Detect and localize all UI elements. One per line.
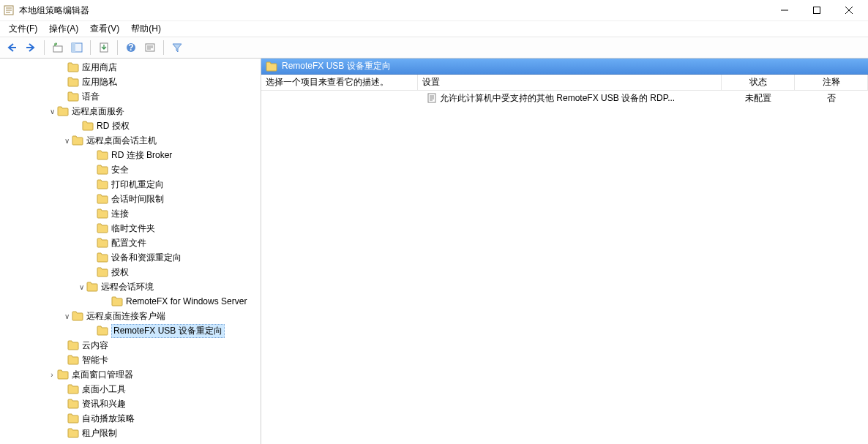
folder-icon <box>86 282 98 292</box>
tree-label: 授权 <box>111 266 129 279</box>
window-title: 本地组策略编辑器 <box>19 4 768 17</box>
expander-icon[interactable]: › <box>47 371 57 379</box>
tree-item-temp-folders[interactable]: 临时文件夹 <box>0 221 261 236</box>
tree-item-tenant-restrictions[interactable]: 租户限制 <box>0 426 261 440</box>
svg-rect-5 <box>814 7 820 14</box>
forward-button[interactable] <box>22 39 40 56</box>
tree-item-rd-licensing[interactable]: RD 授权 <box>0 118 261 133</box>
filter-button[interactable] <box>168 39 186 56</box>
folder-icon <box>97 238 108 248</box>
close-button[interactable] <box>833 0 865 20</box>
export-list-button[interactable] <box>95 39 113 56</box>
folder-icon <box>67 399 79 409</box>
folder-icon <box>72 135 83 146</box>
folder-icon <box>67 62 79 72</box>
menu-view[interactable]: 查看(V) <box>84 21 125 37</box>
policy-setting-text: 允许此计算机中受支持的其他 RemoteFX USB 设备的 RDP... <box>440 92 675 105</box>
tree-item-device-resource-redirection[interactable]: 设备和资源重定向 <box>0 250 261 265</box>
policy-row[interactable]: 允许此计算机中受支持的其他 RemoteFX USB 设备的 RDP... 未配… <box>261 91 868 105</box>
tree-item-autoplay-policies[interactable]: 自动播放策略 <box>0 411 261 426</box>
back-button[interactable] <box>3 39 20 56</box>
tree-label: RD 授权 <box>97 120 130 132</box>
menu-action[interactable]: 操作(A) <box>43 21 84 37</box>
minimize-button[interactable] <box>768 0 801 20</box>
tree-item-speech[interactable]: 语音 <box>0 89 261 104</box>
tree-label: 自动播放策略 <box>82 413 135 425</box>
folder-icon <box>266 61 277 72</box>
columns-row: 选择一个项目来查看它的描述。 设置 状态 注释 <box>261 75 868 91</box>
tree-item-remote-session-environment[interactable]: ∨远程会话环境 <box>0 279 261 294</box>
folder-icon <box>67 91 79 102</box>
description-prompt: 选择一个项目来查看它的描述。 <box>261 75 418 90</box>
tree-item-remotefx-windows-server[interactable]: RemoteFX for Windows Server <box>0 294 261 309</box>
folder-icon <box>97 208 108 219</box>
tree-item-cloud-content[interactable]: 云内容 <box>0 338 261 353</box>
tree-label: RemoteFX for Windows Server <box>126 296 247 306</box>
tree-label: 应用商店 <box>82 61 117 74</box>
tree-item-dwm[interactable]: ›桌面窗口管理器 <box>0 367 261 382</box>
tree-item-remote-desktop-services[interactable]: ∨远程桌面服务 <box>0 104 261 118</box>
expander-icon[interactable]: ∨ <box>61 312 72 320</box>
tree-item-remotefx-usb-redirection[interactable]: RemoteFX USB 设备重定向 <box>0 323 261 338</box>
tree-item-smart-card[interactable]: 智能卡 <box>0 353 261 367</box>
column-header-setting[interactable]: 设置 <box>418 75 722 90</box>
column-header-comment[interactable]: 注释 <box>795 75 868 90</box>
tree-item-news-interests[interactable]: 资讯和兴趣 <box>0 396 261 411</box>
properties-button[interactable] <box>141 39 159 56</box>
folder-icon <box>97 165 108 175</box>
policy-icon <box>427 93 437 103</box>
tree-label: 语音 <box>82 91 100 103</box>
folder-icon <box>82 121 94 131</box>
policy-comment: 否 <box>795 92 868 105</box>
folder-icon <box>57 106 69 116</box>
folder-icon <box>111 296 123 306</box>
help-button[interactable]: ? <box>122 39 140 56</box>
tree-label: 设备和资源重定向 <box>111 252 182 264</box>
tree-item-licensing[interactable]: 授权 <box>0 265 261 279</box>
menu-file[interactable]: 文件(F) <box>3 21 43 37</box>
maximize-button[interactable] <box>801 0 833 20</box>
tree-item-rd-session-host[interactable]: ∨远程桌面会话主机 <box>0 133 261 148</box>
expander-icon[interactable]: ∨ <box>61 137 72 145</box>
tree-label: 远程桌面会话主机 <box>86 135 157 147</box>
tree-label: RD 连接 Broker <box>111 149 172 162</box>
svg-rect-12 <box>72 43 75 52</box>
tree-label: 远程桌面服务 <box>72 105 124 118</box>
folder-icon <box>97 326 108 336</box>
folder-icon <box>97 223 108 233</box>
folder-icon <box>67 428 79 438</box>
expander-icon[interactable]: ∨ <box>76 283 86 291</box>
tree-label: 连接 <box>111 208 129 220</box>
tree-item-app-privacy[interactable]: 应用隐私 <box>0 75 261 89</box>
details-header: RemoteFX USB 设备重定向 <box>261 59 868 75</box>
folder-icon <box>67 355 79 365</box>
tree-item-app-store[interactable]: 应用商店 <box>0 60 261 75</box>
svg-rect-20 <box>428 94 435 102</box>
tree-label: 应用隐私 <box>82 76 117 89</box>
tree-label: 桌面小工具 <box>82 383 126 396</box>
tree-item-security[interactable]: 安全 <box>0 162 261 177</box>
details-header-title: RemoteFX USB 设备重定向 <box>282 60 391 72</box>
folder-icon <box>67 340 79 350</box>
tree-label: 安全 <box>111 164 129 176</box>
folder-icon <box>97 267 108 277</box>
folder-icon <box>57 369 69 380</box>
up-button[interactable] <box>49 39 67 56</box>
tree-label-selected: RemoteFX USB 设备重定向 <box>111 324 225 338</box>
folder-icon <box>97 194 108 204</box>
tree-item-session-time-limits[interactable]: 会话时间限制 <box>0 192 261 206</box>
menu-help[interactable]: 帮助(H) <box>125 21 167 37</box>
tree-item-printer-redirection[interactable]: 打印机重定向 <box>0 177 261 192</box>
expander-icon[interactable]: ∨ <box>47 108 57 116</box>
tree-item-profiles[interactable]: 配置文件 <box>0 236 261 250</box>
column-header-state[interactable]: 状态 <box>722 75 795 90</box>
tree-label: 临时文件夹 <box>111 222 155 235</box>
show-hide-tree-button[interactable] <box>68 39 86 56</box>
tree-item-connections[interactable]: 连接 <box>0 206 261 221</box>
tree-pane[interactable]: 应用商店 应用隐私 语音 ∨远程桌面服务 RD 授权 ∨远程桌面会话主机 RD … <box>0 59 261 444</box>
tree-label: 桌面窗口管理器 <box>72 369 133 381</box>
tree-item-desktop-gadgets[interactable]: 桌面小工具 <box>0 382 261 396</box>
tree-item-rd-connection-client[interactable]: ∨远程桌面连接客户端 <box>0 309 261 323</box>
tree-item-rd-connection-broker[interactable]: RD 连接 Broker <box>0 148 261 162</box>
tree-label: 远程会话环境 <box>101 281 154 293</box>
